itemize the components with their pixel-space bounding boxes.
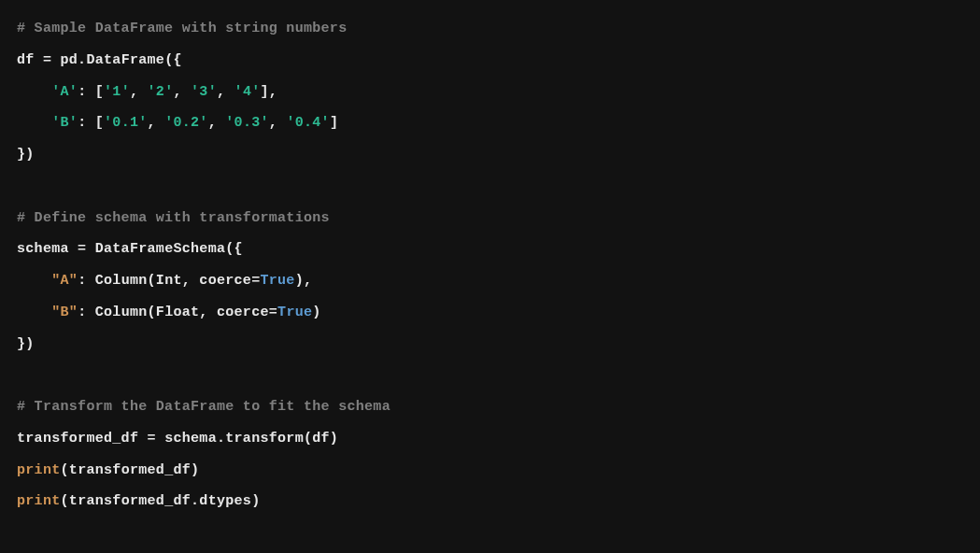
code-token: {	[234, 241, 243, 257]
code-block: # Sample DataFrame with string numbers d…	[17, 13, 963, 518]
code-token: schema.transform(df)	[164, 431, 338, 447]
code-token: ,	[269, 115, 287, 131]
string-literal: "B"	[51, 305, 78, 320]
comment-line: # Define schema with transformations	[17, 210, 330, 226]
code-token: })	[17, 147, 35, 163]
builtin-func: print	[17, 462, 61, 478]
code-token: transformed_df.dtypes	[69, 493, 251, 509]
code-token: Column(Float, coerce=	[95, 305, 277, 320]
code-token: =	[69, 241, 95, 257]
builtin-func: print	[17, 493, 61, 509]
code-token: (	[61, 462, 69, 478]
code-token: =	[138, 431, 164, 447]
code-indent	[17, 305, 51, 320]
code-token: )	[312, 305, 320, 320]
comment-line: # Sample DataFrame with string numbers	[17, 21, 347, 36]
bool-literal: True	[277, 305, 312, 320]
code-token: Column(Int, coerce=	[95, 273, 261, 289]
code-token: pd.DataFrame(	[61, 52, 174, 68]
code-token: ,	[148, 115, 165, 131]
comment-line: # Transform the DataFrame to fit the sch…	[17, 399, 391, 415]
string-literal: '2'	[148, 84, 174, 100]
bool-literal: True	[260, 273, 294, 289]
code-token: })	[17, 336, 35, 352]
code-token: {	[173, 52, 181, 68]
code-token: transformed_df	[69, 462, 191, 478]
code-indent	[17, 115, 51, 131]
code-token: DataFrameSchema(	[95, 241, 234, 257]
string-literal: '0.4'	[286, 115, 330, 131]
code-token: ,	[208, 115, 226, 131]
string-literal: '0.1'	[104, 115, 148, 131]
code-token: ],	[260, 84, 277, 100]
code-token: : [	[78, 84, 104, 100]
string-literal: "A"	[51, 273, 78, 289]
code-token: transformed_df	[17, 431, 138, 447]
code-indent	[17, 84, 51, 100]
code-token: schema	[17, 241, 69, 257]
string-literal: '4'	[234, 84, 261, 100]
code-token: df	[17, 52, 35, 68]
string-literal: 'B'	[51, 115, 78, 131]
string-literal: '0.3'	[225, 115, 269, 131]
code-token: =	[35, 52, 61, 68]
string-literal: 'A'	[51, 84, 78, 100]
string-literal: '3'	[191, 84, 217, 100]
code-token: ,	[130, 84, 148, 100]
code-token: )	[251, 493, 260, 509]
code-token: ,	[217, 84, 234, 100]
string-literal: '1'	[104, 84, 130, 100]
code-token: ),	[295, 273, 313, 289]
code-token: )	[191, 462, 199, 478]
code-token: ,	[173, 84, 191, 100]
code-indent	[17, 273, 51, 289]
code-token: : [	[78, 115, 104, 131]
code-token: :	[78, 273, 95, 289]
code-token: :	[78, 305, 95, 320]
code-token: ]	[330, 115, 338, 131]
code-token: (	[61, 493, 69, 509]
string-literal: '0.2'	[164, 115, 208, 131]
